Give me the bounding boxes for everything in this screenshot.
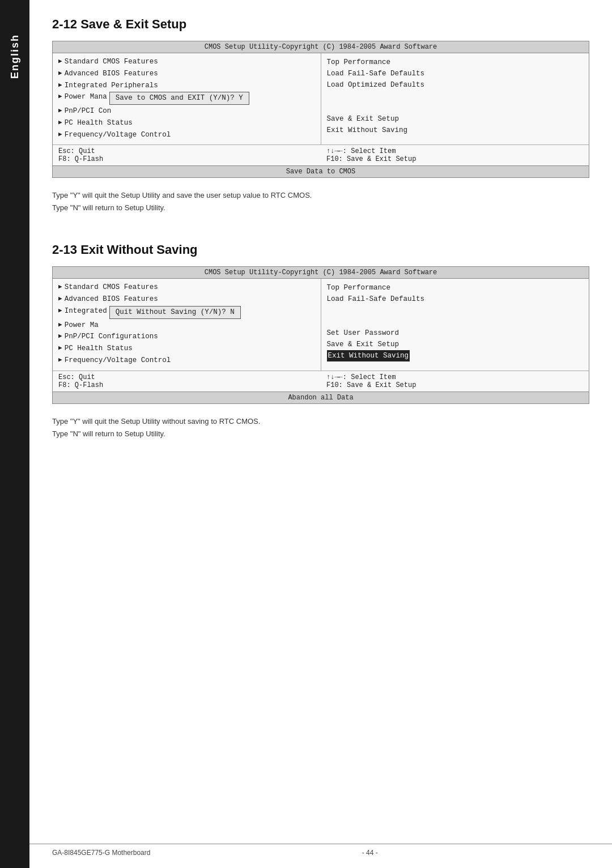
bios-left-1: ▶ Standard CMOS Features ▶ Advanced BIOS… [53,53,321,144]
dialog-text-2: Quit Without Saving (Y/N)? N [116,308,235,316]
section2-desc: Type "Y" will quit the Setup Utility wit… [52,415,589,440]
bios-dialog-1: Save to CMOS and EXIT (Y/N)? Y [109,92,249,105]
sidebar-label: English [9,34,21,79]
bios-footer-item-2: F8: Q-Flash [58,155,315,163]
footer-page: - 44 - [362,849,378,857]
bios2-right-item-3 [327,305,584,316]
bios-bottom-1: Save Data to CMOS [53,165,589,177]
bios-item-1-3: ▶ Integrated Peripherals [58,80,315,91]
section2-desc2: Type "N" will return to Setup Utility. [52,428,589,440]
bios2-right-item-6: Save & Exit Setup [327,339,584,350]
bios-footer-left-2: Esc: Quit F8: Q-Flash [58,373,315,389]
bios-item-label: Advanced BIOS Features [65,69,158,79]
arrow-icon: ▶ [58,355,62,365]
section1-desc: Type "Y" will quit the Setup Utility and… [52,189,589,214]
bios2-footer-item-2: F8: Q-Flash [58,381,315,389]
bios2-right-item-7: Exit Without Saving [327,350,410,361]
bios2-item-3: ▶ Integrated Quit Without Saving (Y/N)? … [58,306,315,319]
bios-body-2: ▶ Standard CMOS Features ▶ Advanced BIOS… [53,279,589,370]
arrow-icon: ▶ [58,343,62,353]
bios2-footer-item-4: F10: Save & Exit Setup [326,381,583,389]
bios2-footer-item-1: Esc: Quit [58,373,315,381]
bios-item-label: Frequency/Voltage Control [65,355,171,366]
bios-item-label: Power Mana [65,92,107,103]
bios2-right-item-1: Top Performance [327,282,584,293]
section-save-exit: 2-12 Save & Exit Setup CMOS Setup Utilit… [52,17,589,214]
bios-right-item-2: Load Fail-Safe Defaults [327,68,584,79]
arrow-icon: ▶ [58,57,62,66]
bios-left-2: ▶ Standard CMOS Features ▶ Advanced BIOS… [53,279,321,370]
section2-desc1: Type "Y" will quit the Setup Utility wit… [52,415,589,428]
bios-item-1-2: ▶ Advanced BIOS Features [58,69,315,79]
bios-right-item-4 [327,91,584,102]
bios-bottom-2: Abandon all Data [53,392,589,403]
bios-right-item-1: Top Performance [327,57,584,68]
bios-right-item-7: Exit Without Saving [327,125,584,136]
section-exit-without-saving: 2-13 Exit Without Saving CMOS Setup Util… [52,242,589,440]
arrow-icon: ▶ [58,106,62,116]
bios-footer-left-1: Esc: Quit F8: Q-Flash [58,147,315,163]
arrow-icon: ▶ [58,69,62,78]
bios-title-2: CMOS Setup Utility-Copyright (C) 1984-20… [53,267,589,279]
bios2-footer-item-3: ↑↓→←: Select Item [326,373,583,381]
bios-item-1-1: ▶ Standard CMOS Features [58,57,315,67]
bios2-right-item-4 [327,316,584,327]
bios-item-label: PnP/PCI Configurations [65,331,158,342]
bios2-item-7: ▶ Frequency/Voltage Control [58,355,315,366]
bios-dialog-2: Quit Without Saving (Y/N)? N [109,306,241,319]
arrow-icon: ▶ [58,92,62,101]
bios2-item-6: ▶ PC Health Status [58,343,315,354]
arrow-icon: ▶ [58,320,62,330]
dialog-text-1: Save to CMOS and EXIT (Y/N)? Y [116,94,243,102]
bios-footer-item-1: Esc: Quit [58,147,315,155]
bios-item-label: Integrated Peripherals [65,80,158,91]
bios-item-label: Power Ma [65,320,99,331]
bios-item-label: Integrated [65,306,107,317]
bios-right-1: Top Performance Load Fail-Safe Defaults … [321,53,589,144]
bios-right-2: Top Performance Load Fail-Safe Defaults … [321,279,589,370]
bios2-right-item-2: Load Fail-Safe Defaults [327,293,584,305]
bios-title-1: CMOS Setup Utility-Copyright (C) 1984-20… [53,41,589,53]
section-heading-2: 2-13 Exit Without Saving [52,242,589,257]
bios-footer-right-1: ↑↓→←: Select Item F10: Save & Exit Setup [326,147,583,163]
spacer-1 [52,214,589,242]
arrow-icon: ▶ [58,306,62,316]
arrow-icon: ▶ [58,331,62,341]
section1-desc2: Type "N" will return to Setup Utility. [52,202,589,214]
bios-footer-item-4: F10: Save & Exit Setup [326,155,583,163]
bios-item-1-6: ▶ PC Health Status [58,118,315,129]
bios2-item-2: ▶ Advanced BIOS Features [58,294,315,305]
bios-item-label: PC Health Status [65,118,133,129]
bios-footer-item-3: ↑↓→←: Select Item [326,147,583,155]
arrow-icon: ▶ [58,130,62,139]
bios-item-label: PC Health Status [65,343,133,354]
bios-box-1: CMOS Setup Utility-Copyright (C) 1984-20… [52,41,589,178]
bios-box-2: CMOS Setup Utility-Copyright (C) 1984-20… [52,266,589,403]
page-footer: GA-8I845GE775-G Motherboard - 44 - [29,844,612,857]
footer-model: GA-8I845GE775-G Motherboard [52,849,150,857]
bios2-item-1: ▶ Standard CMOS Features [58,282,315,293]
bios-item-1-5: ▶ PnP/PCI Con [58,106,315,117]
bios-footer-2: Esc: Quit F8: Q-Flash ↑↓→←: Select Item … [53,371,589,392]
bios-item-label: Advanced BIOS Features [65,294,158,305]
sidebar: English [0,0,29,868]
bios2-item-5: ▶ PnP/PCI Configurations [58,331,315,342]
bios2-item-4: ▶ Power Ma [58,320,315,331]
arrow-icon: ▶ [58,282,62,292]
bios-item-1-7: ▶ Frequency/Voltage Control [58,130,315,141]
bios-footer-right-2: ↑↓→←: Select Item F10: Save & Exit Setup [326,373,583,389]
bios2-right-item-5: Set User Password [327,327,584,339]
bios-item-1-4: ▶ Power Mana Save to CMOS and EXIT (Y/N)… [58,92,315,105]
bios-item-label: Frequency/Voltage Control [65,130,171,141]
section-heading-1: 2-12 Save & Exit Setup [52,17,589,32]
bios-right-item-3: Load Optimized Defaults [327,79,584,91]
arrow-icon: ▶ [58,294,62,304]
bios-item-label: Standard CMOS Features [65,282,158,293]
bios-right-item-6: Save & Exit Setup [327,113,584,125]
bios-footer-1: Esc: Quit F8: Q-Flash ↑↓→←: Select Item … [53,144,589,165]
bios-body-1: ▶ Standard CMOS Features ▶ Advanced BIOS… [53,53,589,144]
bios-right-item-5 [327,102,584,113]
main-content: 2-12 Save & Exit Setup CMOS Setup Utilit… [29,0,612,463]
bios-item-label: PnP/PCI Con [65,106,112,117]
arrow-icon: ▶ [58,80,62,90]
